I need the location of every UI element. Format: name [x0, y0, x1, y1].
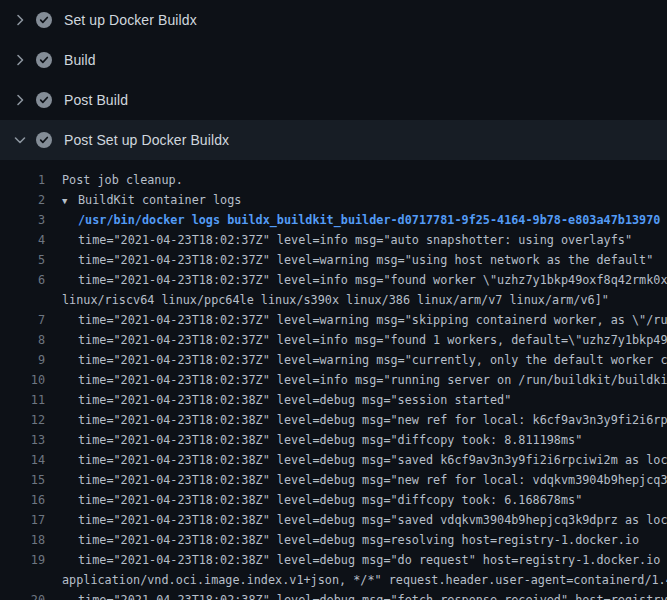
log-text: time="2021-04-23T18:02:38Z" level=debug … [45, 510, 667, 530]
log-text: time="2021-04-23T18:02:37Z" level=info m… [45, 270, 667, 290]
line-number[interactable]: 1 [0, 170, 45, 190]
log-text: time="2021-04-23T18:02:38Z" level=debug … [45, 430, 582, 450]
step-post-build[interactable]: Post Build [0, 80, 667, 120]
log-text: time="2021-04-23T18:02:37Z" level=warnin… [45, 310, 667, 330]
line-number[interactable]: 13 [0, 430, 45, 450]
log-text: time="2021-04-23T18:02:38Z" level=debug … [45, 490, 582, 510]
line-number [0, 290, 45, 310]
log-text: time="2021-04-23T18:02:38Z" level=debug … [45, 390, 511, 410]
check-circle-icon [36, 12, 52, 28]
step-build[interactable]: Build [0, 40, 667, 80]
line-number[interactable]: 4 [0, 230, 45, 250]
step-post-set-up-docker-buildx[interactable]: Post Set up Docker Buildx [0, 120, 667, 160]
log-line: 10time="2021-04-23T18:02:37Z" level=info… [0, 370, 667, 390]
log-line: 12time="2021-04-23T18:02:38Z" level=debu… [0, 410, 667, 430]
log-line: application/vnd.oci.image.index.v1+json,… [0, 570, 667, 590]
check-circle-icon [36, 92, 52, 108]
line-number[interactable]: 19 [0, 550, 45, 570]
line-number[interactable]: 14 [0, 450, 45, 470]
chevron-down-icon[interactable] [12, 132, 28, 148]
log-text: time="2021-04-23T18:02:38Z" level=debug … [45, 450, 667, 470]
log-line: 2▼BuildKit container logs [0, 190, 667, 210]
log-text: linux/riscv64 linux/ppc64le linux/s390x … [45, 290, 609, 310]
log-line: 1Post job cleanup. [0, 170, 667, 190]
line-number[interactable]: 17 [0, 510, 45, 530]
line-number[interactable]: 20 [0, 590, 45, 600]
log-line: linux/riscv64 linux/ppc64le linux/s390x … [0, 290, 667, 310]
log-text: time="2021-04-23T18:02:38Z" level=debug … [45, 470, 667, 490]
log-line: 15time="2021-04-23T18:02:38Z" level=debu… [0, 470, 667, 490]
step-label: Post Build [64, 92, 128, 108]
line-number [0, 570, 45, 590]
log-line: 9time="2021-04-23T18:02:37Z" level=warni… [0, 350, 667, 370]
log-text: time="2021-04-23T18:02:37Z" level=warnin… [45, 250, 653, 270]
line-number[interactable]: 9 [0, 350, 45, 370]
log-text: time="2021-04-23T18:02:37Z" level=info m… [45, 370, 667, 390]
log-line: 13time="2021-04-23T18:02:38Z" level=debu… [0, 430, 667, 450]
log-line: 18time="2021-04-23T18:02:38Z" level=debu… [0, 530, 667, 550]
log-text: application/vnd.oci.image.index.v1+json,… [45, 570, 667, 590]
chevron-right-icon[interactable] [12, 52, 28, 68]
log-command-text: /usr/bin/docker logs buildx_buildkit_bui… [45, 210, 660, 230]
log-text: time="2021-04-23T18:02:38Z" level=debug … [45, 410, 667, 430]
step-label: Build [64, 52, 96, 68]
log-text: time="2021-04-23T18:02:37Z" level=info m… [45, 330, 667, 350]
log-line: 4time="2021-04-23T18:02:37Z" level=info … [0, 230, 667, 250]
check-circle-icon [36, 52, 52, 68]
line-number[interactable]: 7 [0, 310, 45, 330]
line-number[interactable]: 11 [0, 390, 45, 410]
line-number[interactable]: 3 [0, 210, 45, 230]
chevron-right-icon[interactable] [12, 92, 28, 108]
log-text: ▼BuildKit container logs [45, 190, 241, 210]
log-line: 17time="2021-04-23T18:02:38Z" level=debu… [0, 510, 667, 530]
line-number[interactable]: 5 [0, 250, 45, 270]
log-line: 19time="2021-04-23T18:02:38Z" level=debu… [0, 550, 667, 570]
line-number[interactable]: 6 [0, 270, 45, 290]
workflow-log-viewer: Set up Docker Buildx Build Post Build [0, 0, 667, 600]
log-line: 16time="2021-04-23T18:02:38Z" level=debu… [0, 490, 667, 510]
line-number[interactable]: 12 [0, 410, 45, 430]
log-line: 20time="2021-04-23T18:02:38Z" level=debu… [0, 590, 667, 600]
log-text: time="2021-04-23T18:02:37Z" level=warnin… [45, 350, 667, 370]
line-number[interactable]: 2 [0, 190, 45, 210]
log-line: 11time="2021-04-23T18:02:38Z" level=debu… [0, 390, 667, 410]
log-text: Post job cleanup. [45, 170, 183, 190]
line-number[interactable]: 10 [0, 370, 45, 390]
line-number[interactable]: 15 [0, 470, 45, 490]
log-text: time="2021-04-23T18:02:38Z" level=debug … [45, 530, 639, 550]
log-text: time="2021-04-23T18:02:38Z" level=debug … [45, 550, 667, 570]
log-line: 14time="2021-04-23T18:02:38Z" level=debu… [0, 450, 667, 470]
line-number[interactable]: 8 [0, 330, 45, 350]
log-lines: 1Post job cleanup.2▼BuildKit container l… [0, 160, 667, 600]
step-list: Set up Docker Buildx Build Post Build [0, 0, 667, 160]
chevron-right-icon[interactable] [12, 12, 28, 28]
step-label: Post Set up Docker Buildx [64, 132, 229, 148]
log-text: time="2021-04-23T18:02:37Z" level=info m… [45, 230, 632, 250]
log-line: 7time="2021-04-23T18:02:37Z" level=warni… [0, 310, 667, 330]
log-text: time="2021-04-23T18:02:38Z" level=debug … [45, 590, 667, 600]
step-set-up-docker-buildx[interactable]: Set up Docker Buildx [0, 0, 667, 40]
log-group-caret-icon[interactable]: ▼ [62, 191, 78, 210]
line-number[interactable]: 18 [0, 530, 45, 550]
log-line: 5time="2021-04-23T18:02:37Z" level=warni… [0, 250, 667, 270]
log-line: 3/usr/bin/docker logs buildx_buildkit_bu… [0, 210, 667, 230]
line-number[interactable]: 16 [0, 490, 45, 510]
check-circle-icon [36, 132, 52, 148]
step-label: Set up Docker Buildx [64, 12, 197, 28]
log-line: 8time="2021-04-23T18:02:37Z" level=info … [0, 330, 667, 350]
log-line: 6time="2021-04-23T18:02:37Z" level=info … [0, 270, 667, 290]
